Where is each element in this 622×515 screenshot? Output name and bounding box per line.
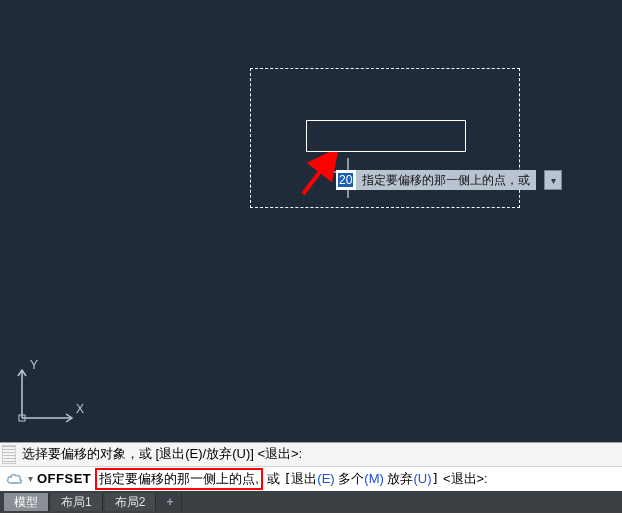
command-recent-dropdown[interactable]: ▾ [28, 473, 33, 484]
command-name: OFFSET [37, 471, 91, 486]
drawing-canvas[interactable]: 20 指定要偏移的那一侧上的点，或 ▾ Y X [0, 0, 622, 442]
ucs-icon: Y X [16, 364, 86, 424]
command-line[interactable]: ▾ OFFSET 指定要偏移的那一侧上的点, 或 [退出(E) 多个(M) 放弃… [0, 467, 622, 491]
command-grip[interactable] [2, 445, 16, 464]
command-cloud-icon[interactable] [6, 472, 24, 486]
rectangle-object[interactable] [306, 120, 466, 152]
dynamic-input-tooltip[interactable]: 20 指定要偏移的那一侧上的点，或 ▾ [336, 170, 562, 190]
tab-add-layout[interactable]: + [158, 493, 182, 511]
command-tail: 或 [退出(E) 多个(M) 放弃(U)] <退出>: [267, 470, 488, 488]
dynamic-input-dropdown[interactable]: ▾ [544, 170, 562, 190]
dynamic-input-prompt: 指定要偏移的那一侧上的点，或 [356, 170, 536, 190]
dynamic-input-value[interactable]: 20 [336, 170, 356, 190]
command-area: 选择要偏移的对象，或 [退出(E)/放弃(U)] <退出>: ▾ OFFSET … [0, 442, 622, 491]
ucs-x-label: X [76, 402, 84, 416]
status-bar: 模型 布局1 布局2 + [0, 491, 622, 513]
command-history: 选择要偏移的对象，或 [退出(E)/放弃(U)] <退出>: [0, 443, 622, 467]
command-history-line: 选择要偏移的对象，或 [退出(E)/放弃(U)] <退出>: [22, 446, 302, 461]
tab-layout2[interactable]: 布局2 [105, 493, 157, 511]
tab-model[interactable]: 模型 [4, 493, 49, 511]
command-prompt-highlight: 指定要偏移的那一侧上的点, [95, 468, 263, 490]
svg-rect-3 [19, 415, 25, 421]
svg-line-0 [303, 160, 329, 194]
tab-layout1[interactable]: 布局1 [51, 493, 103, 511]
ucs-y-label: Y [30, 358, 38, 372]
